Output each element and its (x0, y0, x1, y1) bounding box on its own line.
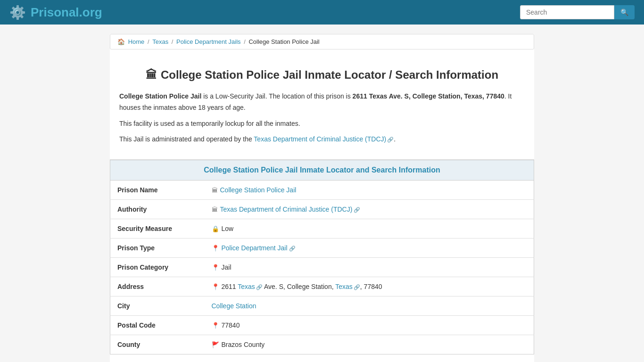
texas-link-addr[interactable]: Texas (238, 283, 255, 290)
label-address: Address (110, 277, 205, 296)
prison-type-link[interactable]: Police Department Jail (222, 244, 288, 252)
breadcrumb-jails[interactable]: Police Department Jails (176, 38, 241, 45)
table-row: Address 📍2611 Texas🔗 Ave. S, College Sta… (110, 277, 534, 296)
breadcrumb-texas[interactable]: Texas (152, 38, 168, 45)
lock-icon: 🔒 (212, 225, 219, 232)
desc-line3-start: This Jail is administrated and operated … (119, 135, 254, 143)
address-icon: 📍 (212, 283, 219, 290)
category-icon: 📍 (212, 264, 219, 271)
value-prison-type: 📍Police Department Jail🔗 (205, 239, 534, 258)
addr-link-icon1: 🔗 (256, 284, 263, 290)
site-logo: Prisonal.org (31, 5, 102, 20)
value-prison-category: 📍Jail (205, 258, 534, 277)
authority-icon: 🏛 (212, 206, 218, 213)
value-county: 🚩Brazos County (205, 335, 534, 354)
desc-line1-middle: is a Low-Security Jail. The location of … (201, 92, 352, 100)
value-address: 📍2611 Texas🔗 Ave. S, College Station, Te… (205, 277, 534, 296)
category-value: Jail (222, 263, 231, 271)
label-prison-name: Prison Name (110, 181, 205, 200)
addr-link-icon2: 🔗 (354, 284, 360, 290)
postal-value: 77840 (222, 321, 240, 329)
value-prison-name: 🏛College Station Police Jail (205, 181, 534, 200)
table-row: Prison Name 🏛College Station Police Jail (110, 181, 534, 200)
logo-icon: ⚙️ (9, 5, 26, 20)
value-authority: 🏛Texas Department of Criminal Justice (T… (205, 200, 534, 219)
ext-icon-desc: 🔗 (387, 137, 394, 142)
authority-link[interactable]: Texas Department of Criminal Justice (TD… (220, 206, 353, 213)
value-city: College Station (205, 296, 534, 316)
breadcrumb-sep2: / (172, 38, 175, 45)
table-row: Prison Category 📍Jail (110, 258, 534, 277)
building-icon: 🏛 (146, 68, 157, 81)
info-section-title: College Station Police Jail Inmate Locat… (204, 166, 440, 174)
label-prison-type: Prison Type (110, 239, 205, 258)
site-header: ⚙️ Prisonal.org 🔍 (0, 0, 644, 25)
county-icon: 🚩 (212, 341, 219, 348)
label-security: Security Measure (110, 219, 205, 239)
breadcrumb-sep3: / (244, 38, 247, 45)
prison-name-link[interactable]: College Station Police Jail (220, 186, 297, 194)
type-icon: 📍 (212, 245, 219, 252)
table-row: Prison Type 📍Police Department Jail🔗 (110, 239, 534, 258)
security-value: Low (222, 225, 234, 232)
label-city: City (110, 296, 205, 316)
table-row: Authority 🏛Texas Department of Criminal … (110, 200, 534, 219)
prison-name-icon: 🏛 (212, 187, 218, 194)
info-table: Prison Name 🏛College Station Police Jail… (110, 181, 534, 354)
table-row: City College Station (110, 296, 534, 316)
county-value: Brazos County (222, 341, 265, 348)
page-title-area: 🏛College Station Police Jail Inmate Loca… (110, 59, 534, 86)
search-button[interactable]: 🔍 (614, 5, 635, 19)
address-bold: 2611 Texas Ave. S, College Station, Texa… (353, 92, 504, 100)
search-input[interactable] (520, 5, 614, 19)
description-section: College Station Police Jail is a Low-Sec… (110, 86, 534, 159)
value-security: 🔒Low (205, 219, 534, 239)
table-row: Security Measure 🔒Low (110, 219, 534, 239)
tdcj-link-desc[interactable]: Texas Department of Criminal Justice (TD… (254, 135, 386, 143)
ext-link-icon2: 🔗 (289, 246, 296, 251)
postal-icon: 📍 (212, 322, 219, 329)
description-para3: This Jail is administrated and operated … (119, 134, 525, 145)
logo-ext-part: .org (79, 5, 102, 19)
search-area: 🔍 (520, 5, 635, 19)
page-title: 🏛College Station Police Jail Inmate Loca… (119, 68, 525, 82)
info-section-header: College Station Police Jail Inmate Locat… (110, 160, 534, 181)
texas-link-addr2[interactable]: Texas (335, 283, 353, 290)
breadcrumb: 🏠 Home / Texas / Police Department Jails… (110, 34, 534, 49)
city-link[interactable]: College Station (212, 302, 256, 310)
description-para1: College Station Police Jail is a Low-Sec… (119, 91, 525, 114)
desc-line3-end: . (394, 135, 396, 143)
breadcrumb-sep1: / (148, 38, 151, 45)
home-icon: 🏠 (117, 38, 125, 45)
label-authority: Authority (110, 200, 205, 219)
label-prison-category: Prison Category (110, 258, 205, 277)
logo-area: ⚙️ Prisonal.org (9, 5, 102, 20)
ext-link-icon: 🔗 (354, 207, 360, 213)
breadcrumb-current: College Station Police Jail (248, 38, 319, 45)
info-section: College Station Police Jail Inmate Locat… (110, 160, 534, 354)
table-row: County 🚩Brazos County (110, 335, 534, 354)
table-row: Postal Code 📍77840 (110, 316, 534, 335)
value-postal: 📍77840 (205, 316, 534, 335)
description-para2: This facility is used as a temporarily l… (119, 118, 525, 130)
main-container: 🏠 Home / Texas / Police Department Jails… (110, 34, 534, 362)
prison-name-bold: College Station Police Jail (119, 92, 201, 100)
logo-name-part: Prisonal (31, 5, 79, 19)
breadcrumb-home[interactable]: Home (128, 38, 145, 45)
label-county: County (110, 335, 205, 354)
label-postal: Postal Code (110, 316, 205, 335)
